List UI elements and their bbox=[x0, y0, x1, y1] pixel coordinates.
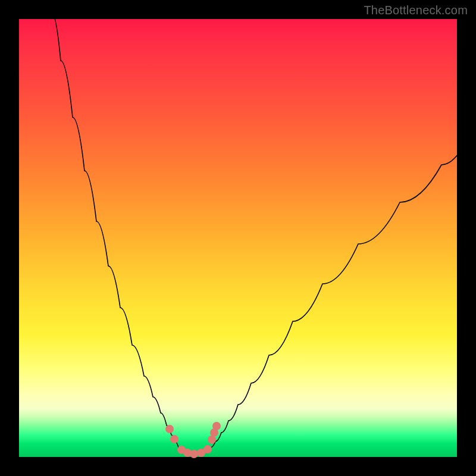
data-point bbox=[203, 445, 212, 453]
watermark: TheBottleneck.com bbox=[364, 4, 468, 17]
data-points bbox=[165, 422, 221, 458]
data-point bbox=[170, 435, 178, 443]
data-point bbox=[165, 425, 174, 433]
data-point bbox=[208, 436, 216, 444]
bottleneck-curve-plot bbox=[19, 19, 457, 457]
right-curve bbox=[211, 148, 462, 447]
data-point bbox=[190, 450, 198, 458]
curve-svg bbox=[19, 19, 457, 457]
chart-container: TheBottleneck.com bbox=[0, 0, 476, 476]
data-point bbox=[212, 422, 221, 430]
left-curve bbox=[52, 13, 211, 454]
